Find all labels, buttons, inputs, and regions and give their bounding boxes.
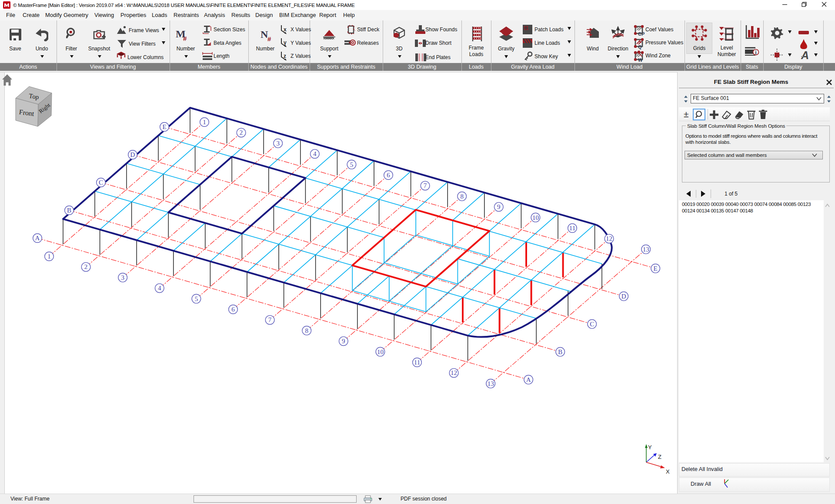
svg-text:W: W bbox=[638, 57, 643, 63]
svg-text:11: 11 bbox=[569, 225, 575, 232]
svg-text:5: 5 bbox=[350, 161, 354, 168]
svg-text:7: 7 bbox=[268, 316, 272, 323]
svg-text:4: 4 bbox=[158, 285, 161, 292]
svg-text:z: z bbox=[284, 53, 286, 59]
svg-text:#: # bbox=[267, 35, 271, 42]
svg-text:1: 1 bbox=[203, 119, 206, 126]
svg-text:Y: Y bbox=[648, 444, 652, 451]
svg-text:9: 9 bbox=[342, 338, 345, 345]
svg-text:C: C bbox=[99, 179, 103, 186]
svg-text:12: 12 bbox=[606, 235, 612, 242]
svg-text:y: y bbox=[284, 40, 287, 46]
svg-text:A: A bbox=[801, 50, 809, 60]
svg-text:A: A bbox=[35, 235, 40, 242]
svg-text:Top: Top bbox=[28, 92, 39, 100]
svg-text:7: 7 bbox=[424, 182, 427, 189]
svg-text:D: D bbox=[621, 293, 626, 300]
svg-text:9: 9 bbox=[497, 203, 501, 210]
svg-text:4: 4 bbox=[313, 150, 317, 157]
svg-text:Z: Z bbox=[658, 454, 661, 460]
svg-text:10: 10 bbox=[532, 214, 539, 221]
svg-text:6: 6 bbox=[387, 172, 390, 179]
svg-text:8: 8 bbox=[305, 327, 308, 334]
svg-text:A: A bbox=[526, 376, 531, 383]
svg-text:12: 12 bbox=[451, 369, 457, 376]
svg-text:x: x bbox=[284, 27, 287, 33]
svg-text:B: B bbox=[67, 207, 71, 214]
svg-text:Q: Q bbox=[638, 44, 642, 50]
svg-text:CP: CP bbox=[638, 31, 645, 36]
svg-text:D: D bbox=[130, 151, 135, 158]
svg-text:6: 6 bbox=[231, 306, 235, 313]
svg-text:2: 2 bbox=[84, 263, 88, 270]
svg-text:13: 13 bbox=[643, 246, 649, 253]
svg-text:3: 3 bbox=[121, 274, 124, 281]
svg-text:E: E bbox=[654, 265, 658, 272]
svg-text:#: # bbox=[183, 35, 187, 42]
svg-text:11: 11 bbox=[414, 359, 420, 366]
svg-text:5: 5 bbox=[195, 295, 198, 302]
svg-text:2: 2 bbox=[240, 129, 243, 136]
svg-text:C: C bbox=[590, 321, 594, 328]
svg-text:8: 8 bbox=[460, 193, 464, 200]
svg-text:1: 1 bbox=[47, 253, 51, 260]
svg-text:3: 3 bbox=[276, 140, 280, 147]
svg-text:13: 13 bbox=[488, 380, 494, 387]
svg-text:X: X bbox=[666, 468, 670, 475]
svg-text:B: B bbox=[558, 348, 562, 355]
svg-text:10: 10 bbox=[377, 348, 384, 355]
svg-text:E: E bbox=[162, 123, 166, 130]
